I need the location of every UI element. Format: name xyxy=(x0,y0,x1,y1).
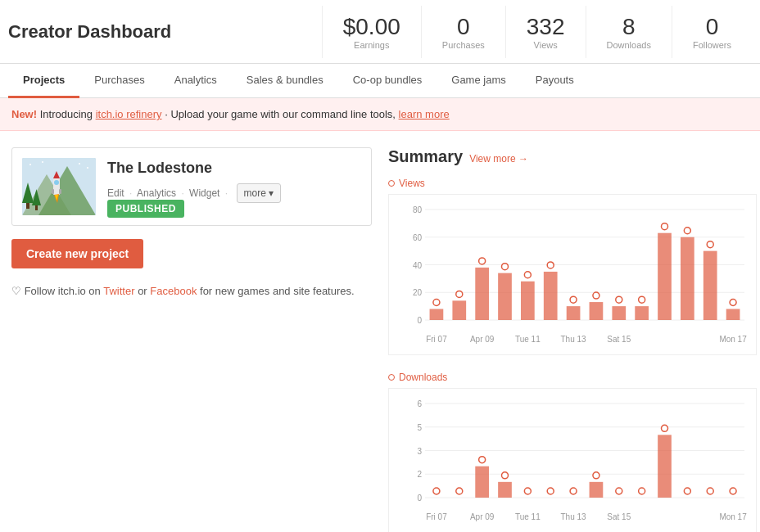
follow-section: ♡ Follow itch.io on Twitter or Facebook … xyxy=(11,285,372,297)
svg-rect-79 xyxy=(498,482,512,498)
svg-text:6: 6 xyxy=(417,399,422,408)
svg-point-30 xyxy=(433,300,440,306)
svg-text:80: 80 xyxy=(413,205,423,214)
tab-sales---bundles[interactable]: Sales & bundles xyxy=(232,64,338,98)
svg-rect-51 xyxy=(681,237,694,320)
svg-point-46 xyxy=(616,296,622,303)
twitter-link[interactable]: Twitter xyxy=(103,285,134,297)
svg-rect-45 xyxy=(612,306,626,320)
more-dropdown[interactable]: more ▾ xyxy=(237,183,282,203)
svg-point-50 xyxy=(662,223,668,230)
svg-text:Sat 15: Sat 15 xyxy=(607,335,631,344)
svg-point-34 xyxy=(479,258,486,264)
svg-point-12 xyxy=(54,180,59,185)
svg-text:Fri 07: Fri 07 xyxy=(426,512,447,521)
widget-link[interactable]: Widget xyxy=(189,187,219,199)
tab-co-op-bundles[interactable]: Co-op bundles xyxy=(338,64,437,98)
svg-text:Apr 09: Apr 09 xyxy=(470,512,495,521)
svg-point-88 xyxy=(593,472,599,479)
svg-point-18 xyxy=(87,167,88,169)
svg-rect-41 xyxy=(567,306,581,320)
svg-point-74 xyxy=(433,488,440,494)
stat-item-earnings: $0.00Earnings xyxy=(322,6,421,58)
page-title: Creator Dashboard xyxy=(8,21,322,43)
header: Creator Dashboard $0.00Earnings0Purchase… xyxy=(0,0,760,64)
svg-point-92 xyxy=(639,488,645,494)
analytics-link[interactable]: Analytics xyxy=(137,187,176,199)
heart-icon: ♡ xyxy=(11,285,21,297)
announcement-banner: New! Introducing itch.io refinery · Uplo… xyxy=(0,98,760,131)
svg-point-56 xyxy=(730,300,736,306)
stat-item-followers: 0Followers xyxy=(672,6,752,58)
create-project-button[interactable]: Create new project xyxy=(11,239,143,268)
views-dot xyxy=(388,180,395,187)
svg-rect-53 xyxy=(703,251,717,320)
svg-rect-29 xyxy=(430,309,444,321)
svg-rect-11 xyxy=(59,189,61,194)
svg-rect-77 xyxy=(475,467,489,498)
svg-rect-93 xyxy=(658,435,672,498)
tab-projects[interactable]: Projects xyxy=(8,64,79,98)
tab-payouts[interactable]: Payouts xyxy=(521,64,589,98)
svg-rect-87 xyxy=(590,482,604,498)
svg-point-15 xyxy=(29,164,31,165)
svg-text:Apr 09: Apr 09 xyxy=(470,335,495,344)
svg-rect-31 xyxy=(452,300,466,320)
svg-point-78 xyxy=(479,457,486,463)
svg-text:Mon 17: Mon 17 xyxy=(719,335,747,344)
svg-text:20: 20 xyxy=(413,288,423,297)
svg-rect-33 xyxy=(475,268,489,320)
svg-point-94 xyxy=(662,425,668,431)
svg-point-44 xyxy=(593,292,599,299)
summary-title: Summary xyxy=(388,147,463,166)
downloads-chart-label: Downloads xyxy=(388,372,757,383)
svg-text:Tue 11: Tue 11 xyxy=(515,335,541,344)
tab-game-jams[interactable]: Game jams xyxy=(437,64,520,98)
svg-text:Tue 11: Tue 11 xyxy=(515,512,541,521)
svg-text:5: 5 xyxy=(417,423,422,432)
svg-point-54 xyxy=(707,241,713,248)
views-chart-label: Views xyxy=(388,178,757,189)
tab-purchases[interactable]: Purchases xyxy=(79,64,159,98)
svg-text:0: 0 xyxy=(417,494,422,503)
svg-point-36 xyxy=(502,264,509,270)
svg-text:3: 3 xyxy=(417,447,422,456)
project-card: The Lodestone Edit · Analytics · Widget … xyxy=(11,147,372,226)
project-name: The Lodestone xyxy=(107,160,361,177)
tabs-nav: ProjectsPurchasesAnalyticsSales & bundle… xyxy=(0,64,760,98)
views-chart: 020406080Fri 07Apr 09Tue 11Thu 13Sat 15M… xyxy=(388,194,757,355)
banner-text: Introducing xyxy=(40,108,96,120)
svg-point-80 xyxy=(502,472,509,479)
facebook-link[interactable]: Facebook xyxy=(150,285,197,297)
svg-point-100 xyxy=(730,488,736,494)
svg-point-32 xyxy=(456,291,463,297)
tab-analytics[interactable]: Analytics xyxy=(160,64,232,98)
refinery-link[interactable]: itch.io refinery xyxy=(96,108,162,120)
downloads-dot xyxy=(388,374,395,381)
svg-text:Fri 07: Fri 07 xyxy=(426,335,447,344)
svg-point-42 xyxy=(570,296,577,303)
downloads-chart: 02356Fri 07Apr 09Tue 11Thu 13Sat 15Mon 1… xyxy=(388,388,757,532)
edit-link[interactable]: Edit xyxy=(107,187,124,199)
views-chart-svg: 020406080Fri 07Apr 09Tue 11Thu 13Sat 15M… xyxy=(392,201,753,349)
views-chart-section: Views 020406080Fri 07Apr 09Tue 11Thu 13S… xyxy=(388,178,757,355)
svg-text:Sat 15: Sat 15 xyxy=(607,512,631,521)
svg-rect-47 xyxy=(635,306,649,320)
learn-more-link[interactable]: learn more xyxy=(399,108,450,120)
project-links: Edit · Analytics · Widget · more ▾ PUBLI… xyxy=(107,183,361,214)
svg-text:Thu 13: Thu 13 xyxy=(561,512,587,521)
svg-point-16 xyxy=(42,161,43,163)
svg-rect-49 xyxy=(658,233,672,320)
view-more-link[interactable]: View more → xyxy=(469,153,528,165)
svg-point-84 xyxy=(547,488,554,494)
downloads-chart-section: Downloads 02356Fri 07Apr 09Tue 11Thu 13S… xyxy=(388,372,757,532)
svg-text:Mon 17: Mon 17 xyxy=(719,512,747,521)
svg-point-96 xyxy=(684,488,690,494)
downloads-chart-svg: 02356Fri 07Apr 09Tue 11Thu 13Sat 15Mon 1… xyxy=(392,395,753,526)
svg-rect-10 xyxy=(52,189,54,194)
summary-header: Summary View more → xyxy=(388,147,757,166)
banner-middle: · Upload your game with our command line… xyxy=(165,108,398,120)
published-badge: PUBLISHED xyxy=(107,200,184,218)
svg-point-76 xyxy=(456,488,463,494)
svg-point-86 xyxy=(570,488,577,494)
